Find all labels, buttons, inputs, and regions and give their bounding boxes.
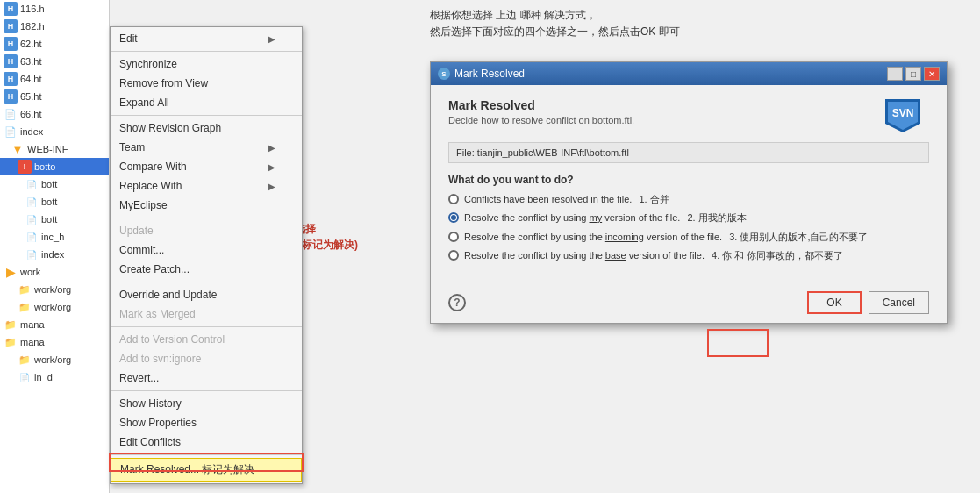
menu-item-mark-resolved[interactable]: Mark Resolved... 标记为解决 (111, 458, 302, 482)
dialog-main-title: Mark Resolved (448, 98, 634, 112)
radio-btn-4[interactable] (448, 250, 459, 261)
tree-item[interactable]: 📄 in_d (0, 368, 109, 386)
radio-option-3[interactable]: Resolve the conflict by using the incomi… (448, 231, 929, 244)
menu-separator (111, 218, 302, 218)
tree-item[interactable]: 📄 bott (0, 193, 109, 211)
file-icon: 📄 (25, 230, 39, 244)
tree-item[interactable]: H 116.h (0, 0, 109, 18)
dialog-close-button[interactable]: ✕ (924, 67, 940, 81)
menu-separator (111, 51, 302, 52)
menu-item-create-patch[interactable]: Create Patch... (111, 260, 302, 279)
radio-option-1[interactable]: Conflicts have been resolved in the file… (448, 193, 929, 206)
menu-item-edit[interactable]: Edit ▶ (111, 29, 302, 48)
radio-btn-1[interactable] (448, 194, 459, 204)
dialog-titlebar: S Mark Resolved — □ ✕ (431, 62, 947, 85)
file-icon: H (4, 54, 18, 68)
folder-icon: ▼ (11, 142, 25, 156)
dialog-overlay: S Mark Resolved — □ ✕ Mark Resolved Deci… (430, 61, 965, 377)
folder-icon: 📁 (18, 282, 32, 297)
cancel-button[interactable]: Cancel (869, 291, 929, 314)
tree-item[interactable]: 📁 mana (0, 333, 109, 351)
dialog-minimize-button[interactable]: — (887, 67, 903, 81)
tree-item[interactable]: 📄 index (0, 246, 109, 263)
tree-item[interactable]: 📁 work/org (0, 281, 109, 298)
radio-option-2[interactable]: Resolve the conflict by using my version… (448, 211, 929, 225)
dialog-footer: ? OK Cancel (431, 282, 947, 323)
dialog-body: Mark Resolved Decide how to resolve conf… (431, 85, 947, 282)
file-icon: 📄 (25, 177, 39, 191)
radio-btn-3[interactable] (448, 232, 459, 242)
menu-item-team[interactable]: Team ▶ (111, 138, 302, 157)
menu-item-edit-conflicts[interactable]: Edit Conflicts (111, 432, 302, 452)
ok-button[interactable]: OK (807, 291, 861, 314)
tree-item[interactable]: 📄 66.ht (0, 105, 109, 123)
annotation-line1: 根据你想选择 上边 哪种 解决方式， (430, 7, 680, 24)
file-icon: 📄 (4, 107, 18, 121)
file-icon: H (4, 19, 18, 33)
svg-text:SVN: SVN (892, 107, 914, 119)
context-menu: Edit ▶ Synchronize Remove from View Expa… (110, 26, 303, 484)
radio-option-4[interactable]: Resolve the conflict by using the base v… (448, 249, 929, 262)
menu-item-add-to-svn-ignore: Add to svn:ignore (111, 349, 302, 368)
dialog-logo: SVN (876, 98, 929, 133)
file-icon: 📄 (4, 125, 18, 139)
ok-button-highlight (707, 329, 769, 357)
menu-item-myeclipse[interactable]: MyEclipse (111, 196, 302, 215)
tree-item[interactable]: 📁 work/org (0, 298, 109, 316)
top-annotation: 根据你想选择 上边 哪种 解决方式， 然后选择下面对应的四个选择之一，然后点击O… (430, 7, 680, 40)
menu-item-replace-with[interactable]: Replace With ▶ (111, 176, 302, 196)
dialog-subtitle: Decide how to resolve conflict on bottom… (448, 115, 634, 125)
tree-item[interactable]: 📄 bott (0, 175, 109, 193)
file-icon: 📄 (25, 212, 39, 226)
menu-item-synchronize[interactable]: Synchronize (111, 54, 302, 74)
menu-item-show-history[interactable]: Show History (111, 394, 302, 413)
tree-item[interactable]: 📁 mana (0, 316, 109, 333)
menu-separator (111, 390, 302, 391)
submenu-arrow-icon: ▶ (268, 34, 275, 44)
dialog-title: Mark Resolved (454, 68, 525, 80)
menu-item-compare-with[interactable]: Compare With ▶ (111, 157, 302, 176)
menu-separator (111, 282, 302, 282)
tree-item[interactable]: H 63.ht (0, 53, 109, 70)
folder-icon: 📁 (4, 335, 18, 349)
menu-item-commit[interactable]: Commit... (111, 240, 302, 260)
menu-item-override-and-update[interactable]: Override and Update (111, 285, 302, 304)
menu-separator (111, 454, 302, 455)
menu-item-expand-all[interactable]: Expand All (111, 93, 302, 112)
menu-item-remove-from-view[interactable]: Remove from View (111, 74, 302, 93)
file-icon: H (4, 2, 18, 16)
folder-icon: 📁 (18, 300, 32, 314)
annotation-line2: 然后选择下面对应的四个选择之一，然后点击OK 即可 (430, 24, 680, 40)
mark-resolved-dialog: S Mark Resolved — □ ✕ Mark Resolved Deci… (430, 61, 948, 324)
menu-item-update: Update (111, 221, 302, 240)
menu-item-add-to-version-control: Add to Version Control (111, 330, 302, 349)
menu-item-revert[interactable]: Revert... (111, 368, 302, 388)
menu-item-show-properties[interactable]: Show Properties (111, 413, 302, 432)
submenu-arrow-icon: ▶ (268, 182, 275, 191)
dialog-title-icon: S (438, 68, 450, 80)
file-icon: 📄 (25, 247, 39, 261)
tree-item[interactable]: 📄 inc_h (0, 228, 109, 246)
tree-item[interactable]: ▶ work (0, 263, 109, 281)
folder-icon: 📁 (4, 318, 18, 332)
tree-item[interactable]: H 182.h (0, 18, 109, 35)
tree-item[interactable]: H 65.ht (0, 88, 109, 105)
help-button[interactable]: ? (448, 294, 466, 311)
tree-item[interactable]: 📄 bott (0, 211, 109, 228)
tree-item[interactable]: 📄 index (0, 123, 109, 140)
menu-item-show-revision-graph[interactable]: Show Revision Graph (111, 118, 302, 138)
tree-item[interactable]: H 62.ht (0, 35, 109, 53)
file-icon: H (4, 72, 18, 86)
tree-item[interactable]: ▼ WEB-INF (0, 140, 109, 158)
tree-item[interactable]: H 64.ht (0, 70, 109, 88)
submenu-arrow-icon: ▶ (268, 143, 275, 153)
folder-icon: ▶ (4, 265, 18, 279)
tree-item[interactable]: 📁 work/org (0, 351, 109, 368)
folder-icon: 📁 (18, 353, 32, 367)
tree-item-selected[interactable]: ! botto (0, 158, 109, 175)
radio-btn-2[interactable] (448, 212, 459, 223)
dialog-file-info: File: tianjin_public\WEB-INF\ftl\bottom.… (448, 142, 929, 163)
file-icon: 📄 (25, 195, 39, 209)
svn-logo-svg: SVN (881, 99, 925, 132)
dialog-maximize-button[interactable]: □ (905, 67, 921, 81)
